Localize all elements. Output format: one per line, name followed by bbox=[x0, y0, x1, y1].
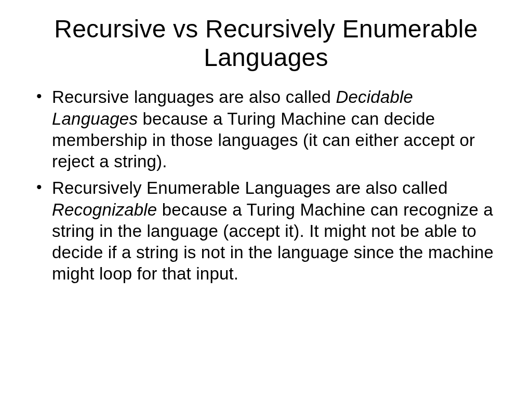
list-item: Recursively Enumerable Languages are als… bbox=[31, 177, 501, 284]
bullet-text-pre: Recursively Enumerable Languages are als… bbox=[52, 178, 448, 197]
slide-title: Recursive vs Recursively Enumerable Lang… bbox=[31, 15, 501, 72]
list-item: Recursive languages are also called Deci… bbox=[31, 86, 501, 172]
bullet-text-pre: Recursive languages are also called bbox=[52, 87, 336, 107]
bullet-list: Recursive languages are also called Deci… bbox=[31, 86, 501, 284]
bullet-text-em: Recognizable bbox=[52, 200, 157, 219]
